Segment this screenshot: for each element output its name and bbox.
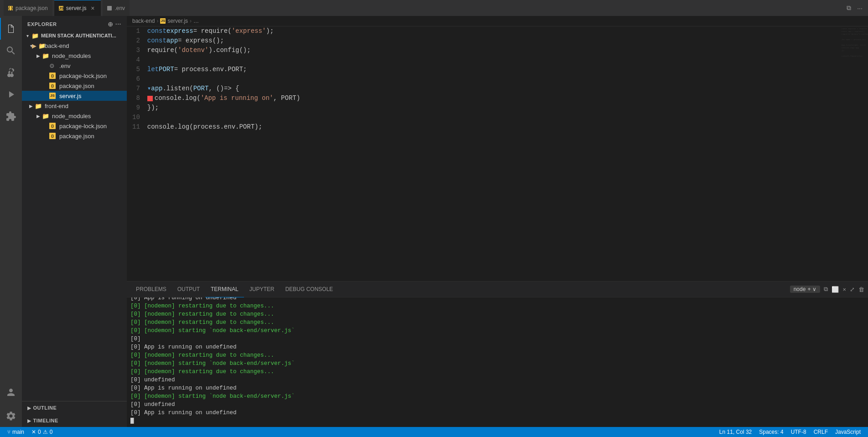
code-line-1: const express = require('express');: [146, 26, 841, 36]
activity-source-control[interactable]: [0, 62, 22, 83]
encoding-label: UTF-8: [791, 429, 806, 435]
status-spaces[interactable]: Spaces: 4: [755, 429, 787, 435]
folder-icon-root: 📁: [31, 32, 39, 39]
terminal-line: █: [130, 417, 864, 425]
timeline-header[interactable]: ▶ TIMELINE: [22, 416, 127, 425]
status-branch[interactable]: ⑂ main: [4, 429, 28, 435]
tab-server-js[interactable]: JS server.js ×: [54, 0, 101, 16]
tab-terminal[interactable]: TERMINAL: [205, 281, 244, 297]
tree-label-package-json: package.json: [59, 83, 94, 89]
terminal-split-icon: +: [807, 286, 811, 292]
branch-name: main: [12, 429, 24, 435]
timeline-label: TIMELINE: [33, 418, 58, 423]
code-line-6: [146, 74, 841, 84]
split-terminal-button[interactable]: ⧉: [824, 286, 828, 293]
source-control-icon: [5, 67, 16, 78]
json-file-icon: { }: [8, 6, 13, 10]
tree-label-back-end: back-end: [45, 42, 69, 49]
terminal-line: [0] undefined: [130, 401, 864, 409]
settings-icon: [5, 411, 16, 421]
terminal-line: [0] [nodemon] starting `node back-end/se…: [130, 392, 864, 401]
terminal-line: [0] [nodemon] restarting due to changes.…: [130, 368, 864, 376]
terminal-name: node + ∨: [790, 286, 821, 293]
tab-problems[interactable]: PROBLEMS: [130, 281, 172, 297]
status-eol[interactable]: CRLF: [810, 429, 832, 435]
code-line-3: require('dotenv').config();: [146, 46, 841, 55]
sidebar-title: EXPLORER: [27, 21, 57, 27]
terminal-line: [0] App is running on undefined: [130, 343, 864, 351]
sidebar-item-node-modules-2[interactable]: ▶ 📁 node_modules: [22, 111, 127, 121]
tree-label-env: .env: [59, 62, 71, 69]
status-language[interactable]: JavaScript: [832, 429, 864, 435]
outline-header[interactable]: ▶ OUTLINE: [22, 403, 127, 412]
code-editor: 1 2 3 4 5 6 7 8 9 10 11: [127, 26, 868, 281]
tab-env[interactable]: .env: [103, 0, 130, 16]
timeline-section: ▶ TIMELINE: [22, 414, 127, 427]
new-file-button[interactable]: ⊕: [108, 21, 114, 28]
code-line-7: ▾ app.listen(PORT, ()=> {: [146, 84, 841, 94]
json-icon-pkg-2: {}: [49, 133, 57, 139]
status-bar: ⑂ main ✕ 0 ⚠ 0 Ln 11, Col 32 Spaces: 4 U…: [0, 427, 868, 437]
restore-panel-button[interactable]: ⤢: [850, 286, 855, 293]
tab-package-json[interactable]: { } package.json: [4, 0, 52, 16]
code-lines: const express = require('express'); cons…: [146, 26, 841, 281]
sidebar-item-server-js[interactable]: JS server.js: [22, 91, 127, 101]
folder-icon-back-end: ▶ 📁: [35, 42, 43, 49]
activity-extensions[interactable]: [0, 105, 22, 127]
folder-arrow-root: ▾: [24, 33, 31, 38]
terminal-line: [0] undefined: [130, 376, 864, 384]
title-bar: { } package.json JS server.js × .env ⧉ ·…: [0, 0, 868, 16]
eol-label: CRLF: [814, 429, 828, 435]
code-line-8: console.log('App is running on', PORT): [146, 94, 841, 103]
maximize-panel-button[interactable]: ⬜: [832, 286, 839, 293]
terminal[interactable]: [0][0] ReferenceError: c is not defined[…: [127, 297, 868, 427]
activity-search[interactable]: [0, 40, 22, 62]
status-errors[interactable]: ✕ 0 ⚠ 0: [28, 429, 56, 435]
more-actions-button[interactable]: ···: [855, 4, 864, 13]
kill-terminal-button[interactable]: 🗑: [858, 286, 864, 293]
sidebar-item-package-json-2[interactable]: {} package.json: [22, 131, 127, 141]
tree-label-package-lock-2: package-lock.json: [59, 123, 107, 130]
activity-settings[interactable]: [0, 405, 22, 427]
activity-explorer[interactable]: [0, 18, 22, 40]
code-line-9: });: [146, 103, 841, 113]
title-bar-actions: ⧉ ···: [844, 4, 864, 13]
terminal-line: [0] [nodemon] starting `node back-end/se…: [130, 327, 864, 335]
sidebar-item-back-end[interactable]: ▾ ▶ 📁 back-end: [22, 41, 127, 51]
tab-jupyter[interactable]: JUPYTER: [244, 281, 280, 297]
tree-root[interactable]: ▾ 📁 MERN STACK AUTHENTICATI...: [22, 31, 127, 41]
more-options-button[interactable]: ···: [115, 21, 121, 28]
editor-terminal-area: back-end › JS server.js › … 1 2 3: [127, 16, 868, 427]
tab-label: .env: [114, 5, 125, 11]
tree-label-nm2: node_modules: [52, 113, 91, 120]
terminal-line: [0]: [130, 335, 864, 343]
close-panel-button[interactable]: ×: [842, 286, 846, 293]
outline-section: ▶ OUTLINE: [22, 401, 127, 414]
folder-icon-node-modules: 📁: [42, 52, 50, 59]
status-encoding[interactable]: UTF-8: [787, 429, 810, 435]
terminal-line: [0] [nodemon] restarting due to changes.…: [130, 351, 864, 359]
code-line-11: console.log(process.env.PORT);: [146, 122, 841, 132]
terminal-chevron-icon: ∨: [812, 286, 816, 292]
status-line-col[interactable]: Ln 11, Col 32: [716, 429, 755, 435]
line-numbers: 1 2 3 4 5 6 7 8 9 10 11: [127, 26, 146, 281]
tab-debug-console[interactable]: DEBUG CONSOLE: [280, 281, 338, 297]
sidebar-item-package-lock-1[interactable]: {} package-lock.json: [22, 71, 127, 81]
split-editor-button[interactable]: ⧉: [844, 4, 853, 13]
activity-account[interactable]: [0, 383, 22, 405]
sidebar-tree: ▾ 📁 MERN STACK AUTHENTICATI... ▾ ▶ 📁 bac…: [22, 31, 127, 401]
folder-arrow-front-end: ▶: [27, 104, 35, 109]
close-tab-button[interactable]: ×: [89, 5, 96, 12]
sidebar-item-front-end[interactable]: ▶ 📁 front-end: [22, 101, 127, 111]
code-line-10: [146, 113, 841, 122]
line-col-label: Ln 11, Col 32: [719, 429, 752, 435]
sidebar-item-node-modules[interactable]: ▶ 📁 node_modules: [22, 51, 127, 61]
sidebar-item-package-lock-2[interactable]: {} package-lock.json: [22, 121, 127, 131]
editor-area: 1 2 3 4 5 6 7 8 9 10 11: [127, 26, 868, 281]
minimap: const express = require const app = expr…: [841, 26, 868, 281]
sidebar-item-package-json[interactable]: {} package.json: [22, 81, 127, 91]
activity-run[interactable]: [0, 83, 22, 105]
tab-output[interactable]: OUTPUT: [172, 281, 205, 297]
sidebar-item-env[interactable]: ⚙ .env: [22, 61, 127, 71]
error-icon: ✕: [31, 429, 36, 435]
